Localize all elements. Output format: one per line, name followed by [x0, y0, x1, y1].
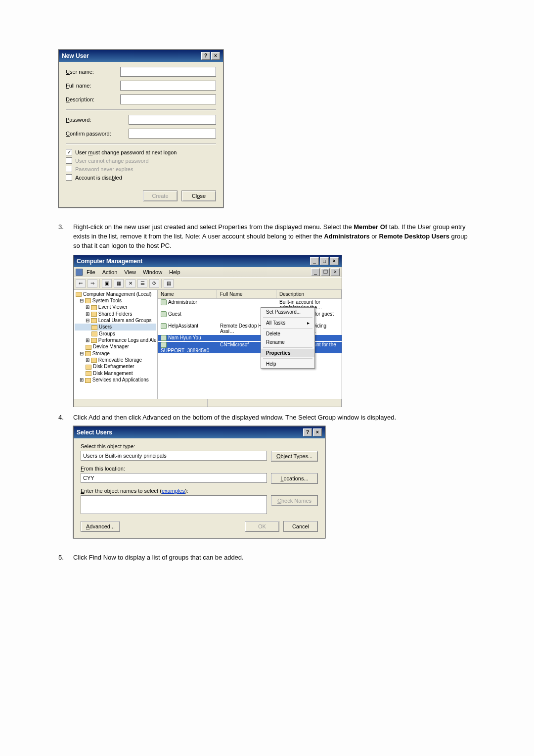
full-name-input[interactable] [120, 81, 216, 91]
label-enter-names: Enter the object names to select (exampl… [81, 488, 318, 494]
ctx-delete[interactable]: Delete [261, 330, 314, 338]
mmc-statusbar [74, 399, 342, 407]
label-confirm-password: Confirm password: [66, 131, 129, 137]
mmc-toolbar: ⇐ ⇒ ▣ ▦ ✕ ☰ ⟳ ▤ [74, 277, 342, 290]
help-icon[interactable]: ? [201, 52, 210, 60]
menu-window[interactable]: Window [140, 268, 165, 276]
label-must-change: User must change password at next logon [75, 149, 177, 155]
advanced-button[interactable]: Advanced... [81, 521, 120, 532]
check-names-button: Check Names [271, 495, 318, 506]
child-close-icon[interactable]: × [331, 268, 340, 276]
refresh-icon[interactable]: ⟳ [149, 279, 159, 288]
location-field[interactable]: CYY [81, 473, 267, 483]
ctx-set-password[interactable]: Set Password... [261, 308, 314, 316]
ctx-all-tasks[interactable]: All Tasks▸ [261, 319, 314, 327]
label-never-expires: Password never expires [75, 166, 133, 172]
mmc-menubar: File Action View Window Help _ ❐ × [74, 267, 342, 277]
object-names-input[interactable] [81, 495, 267, 514]
chk-cannot-change [66, 157, 72, 164]
show-pane-icon[interactable]: ▦ [114, 279, 124, 288]
select-users-dialog: Select Users ? × Select this object type… [73, 426, 325, 538]
up-icon[interactable]: ▣ [102, 279, 112, 288]
mmc-title: Computer Management [77, 258, 142, 265]
help-icon[interactable]: ? [303, 428, 312, 436]
object-type-field[interactable]: Users or Built-in security principals [81, 451, 267, 461]
ctx-help[interactable]: Help [261, 360, 314, 368]
child-minimize-icon[interactable]: _ [311, 268, 320, 276]
step-4: 4. Click Add and then click Advanced on … [58, 413, 476, 423]
new-user-dialog: New User ? × User name: Full name: Descr… [58, 49, 223, 208]
export-icon[interactable]: ▤ [164, 279, 174, 288]
label-user-name: User name: [66, 69, 120, 75]
col-description[interactable]: Description [276, 290, 342, 298]
label-description: Description: [66, 96, 120, 102]
menu-action[interactable]: Action [99, 268, 121, 276]
close-icon[interactable]: × [330, 257, 339, 265]
delete-icon[interactable]: ✕ [126, 279, 135, 288]
chk-must-change[interactable]: ✓ [66, 149, 72, 155]
back-icon[interactable]: ⇐ [76, 279, 86, 288]
tree-users[interactable]: Users [75, 324, 156, 330]
label-full-name: Full name: [66, 83, 120, 89]
description-input[interactable] [120, 94, 216, 104]
ctx-properties[interactable]: Properties [261, 349, 314, 357]
label-password: Password: [66, 117, 129, 123]
label-account-disabled: Account is disabled [75, 175, 122, 181]
create-button: Create [143, 190, 178, 201]
close-icon[interactable]: × [313, 428, 322, 436]
close-button[interactable]: Close [181, 190, 216, 201]
ctx-rename[interactable]: Rename [261, 338, 314, 346]
select-users-title: Select Users [77, 429, 112, 436]
new-user-titlebar: New User ? × [59, 50, 223, 62]
step-5: 5. Click Find Now to display a list of g… [58, 553, 476, 563]
label-object-type: Select this object type: [81, 443, 318, 449]
menu-file[interactable]: File [84, 268, 98, 276]
computer-management-window: Computer Management _ □ × File Action Vi… [73, 255, 342, 407]
chk-never-expires [66, 166, 72, 172]
properties-icon[interactable]: ☰ [137, 279, 147, 288]
user-name-input[interactable] [120, 67, 216, 77]
maximize-icon[interactable]: □ [320, 257, 329, 265]
label-from-location: From this location: [81, 466, 318, 472]
menu-view[interactable]: View [121, 268, 139, 276]
menu-help[interactable]: Help [166, 268, 183, 276]
locations-button[interactable]: Locations... [271, 473, 318, 484]
examples-link[interactable]: examples [162, 488, 185, 494]
mmc-tree[interactable]: Computer Management (Local) ⊟ System Too… [74, 290, 158, 399]
context-menu: Set Password... All Tasks▸ Delete Rename… [261, 307, 315, 369]
ok-button: OK [245, 521, 279, 532]
col-full-name[interactable]: Full Name [217, 290, 276, 298]
confirm-password-input[interactable] [129, 129, 216, 139]
password-input[interactable] [129, 115, 216, 125]
step-3: 3. Right-click on the new user just crea… [58, 223, 476, 251]
cancel-button[interactable]: Cancel [283, 521, 318, 532]
label-cannot-change: User cannot change password [75, 158, 149, 164]
minimize-icon[interactable]: _ [310, 257, 319, 265]
object-types-button[interactable]: Object Types... [271, 451, 318, 462]
col-name[interactable]: Name [158, 290, 217, 298]
new-user-title: New User [62, 52, 89, 59]
forward-icon[interactable]: ⇒ [88, 279, 97, 288]
child-restore-icon[interactable]: ❐ [321, 268, 330, 276]
mmc-app-icon [76, 269, 83, 276]
close-icon[interactable]: × [211, 52, 220, 60]
chk-account-disabled[interactable] [66, 174, 72, 181]
